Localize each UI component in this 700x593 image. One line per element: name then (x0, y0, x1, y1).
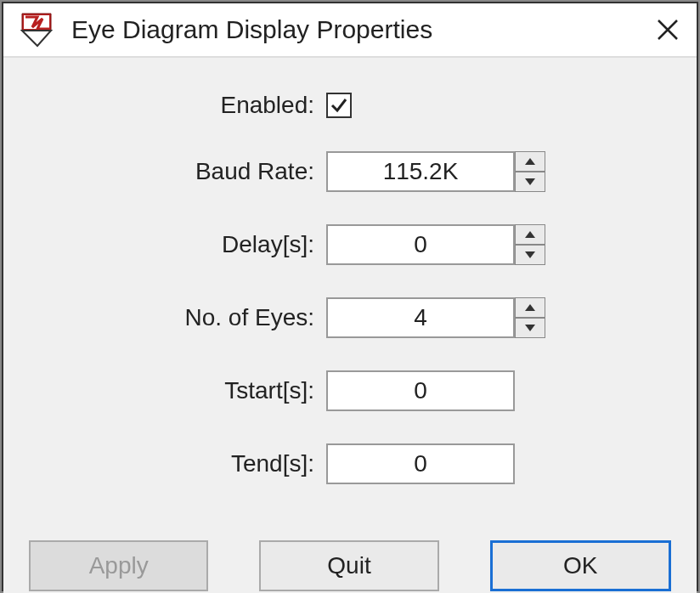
svg-marker-5 (525, 231, 535, 238)
svg-marker-7 (525, 304, 535, 311)
baud-rate-spinner (515, 151, 545, 192)
row-enabled: Enabled: (29, 92, 671, 119)
chevron-down-icon (524, 251, 536, 259)
svg-marker-2 (22, 31, 51, 46)
row-baud-rate: Baud Rate: (29, 151, 671, 192)
window-title: Eye Diagram Display Properties (71, 15, 656, 44)
tend-input-wrap (326, 443, 515, 484)
svg-marker-8 (525, 325, 535, 331)
baud-rate-input[interactable] (326, 151, 515, 192)
baud-rate-up[interactable] (515, 151, 545, 172)
tend-input[interactable] (326, 443, 515, 484)
dialog-window: Eye Diagram Display Properties Enabled: … (2, 2, 698, 591)
baud-rate-label: Baud Rate: (29, 158, 326, 185)
no-of-eyes-input-wrap (326, 297, 545, 338)
no-of-eyes-label: No. of Eyes: (29, 304, 326, 331)
chevron-down-icon (524, 324, 536, 332)
enabled-checkbox[interactable] (326, 93, 352, 118)
tstart-input[interactable] (326, 370, 515, 411)
ok-button[interactable]: OK (490, 540, 671, 591)
no-of-eyes-spinner (515, 297, 545, 338)
row-delay: Delay[s]: (29, 224, 671, 265)
chevron-up-icon (524, 157, 536, 166)
baud-rate-down[interactable] (515, 172, 545, 192)
row-tstart: Tstart[s]: (29, 370, 671, 411)
tend-label: Tend[s]: (29, 450, 326, 477)
chevron-up-icon (524, 303, 536, 312)
svg-marker-3 (525, 158, 535, 165)
svg-marker-4 (525, 178, 535, 185)
check-icon (330, 96, 348, 115)
dialog-content: Enabled: Baud Rate: Delay[s]: (3, 58, 697, 525)
titlebar: Eye Diagram Display Properties (3, 3, 697, 58)
quit-button[interactable]: Quit (259, 540, 438, 591)
close-icon[interactable] (656, 18, 680, 42)
delay-up[interactable] (515, 224, 545, 245)
app-icon (20, 12, 56, 48)
no-of-eyes-input[interactable] (326, 297, 515, 338)
apply-button[interactable]: Apply (29, 540, 208, 591)
button-row: Apply Quit OK (3, 525, 697, 593)
delay-label: Delay[s]: (29, 231, 326, 258)
no-of-eyes-up[interactable] (515, 297, 545, 318)
tstart-label: Tstart[s]: (29, 377, 326, 404)
chevron-up-icon (524, 230, 536, 239)
chevron-down-icon (524, 178, 536, 186)
tstart-input-wrap (326, 370, 515, 411)
delay-spinner (515, 224, 545, 265)
enabled-label: Enabled: (29, 92, 326, 119)
row-no-of-eyes: No. of Eyes: (29, 297, 671, 338)
svg-marker-6 (525, 251, 535, 258)
row-tend: Tend[s]: (29, 443, 671, 484)
delay-input[interactable] (326, 224, 515, 265)
no-of-eyes-down[interactable] (515, 318, 545, 338)
delay-down[interactable] (515, 245, 545, 265)
baud-rate-input-wrap (326, 151, 545, 192)
delay-input-wrap (326, 224, 545, 265)
